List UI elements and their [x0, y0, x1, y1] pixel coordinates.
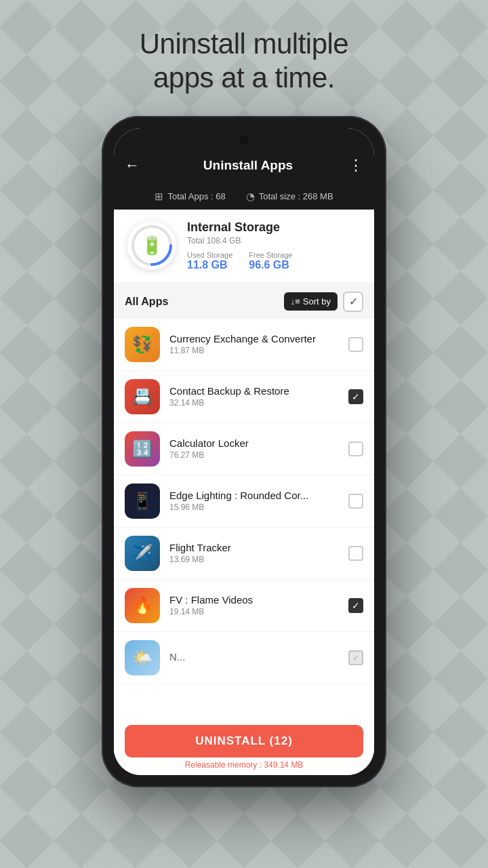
total-size-stat: ◔ Total size : 268 MB — [246, 191, 333, 203]
sort-icon: ↓≡ — [291, 296, 300, 307]
used-storage: Used Storage 11.8 GB — [187, 251, 232, 271]
app-checkbox-calculator[interactable] — [348, 441, 363, 456]
size-icon: ◔ — [246, 191, 255, 203]
app-info-flight: Flight Tracker 13.69 MB — [169, 542, 348, 564]
edge-icon: 📱 — [132, 492, 152, 511]
app-checkbox-contact[interactable] — [348, 389, 363, 404]
app-info-calculator: Calculator Locker 76.27 MB — [169, 437, 348, 460]
all-apps-label: All Apps — [125, 296, 168, 308]
storage-battery-icon: 🔋 — [141, 235, 163, 256]
uninstall-bar: UNINSTALL (12) Releasable memory : 349.1… — [114, 718, 374, 775]
phone-screen: ← Uninstall Apps ⋮ ⊞ Total Apps : 68 ◔ T… — [114, 128, 374, 775]
flight-icon: ✈️ — [132, 544, 152, 563]
headline-line1: Uninstall multiple — [140, 28, 348, 60]
app-info-flame: FV : Flame Videos 19.14 MB — [169, 594, 348, 616]
app-size: 13.69 MB — [169, 555, 348, 564]
storage-total: Total 108.4 GB — [187, 236, 361, 245]
free-value: 96.6 GB — [249, 259, 292, 271]
headline-line2: apps at a time. — [153, 62, 335, 94]
storage-card: 🔋 Internal Storage Total 108.4 GB Used S… — [114, 210, 374, 282]
app-icon-calculator: 🔢 — [125, 431, 160, 467]
phone-mockup: ← Uninstall Apps ⋮ ⊞ Total Apps : 68 ◔ T… — [102, 116, 386, 787]
phone-shell: ← Uninstall Apps ⋮ ⊞ Total Apps : 68 ◔ T… — [102, 116, 386, 787]
list-item: 🔥 FV : Flame Videos 19.14 MB — [114, 580, 374, 632]
app-name: Flight Tracker — [169, 542, 348, 553]
sort-by-button[interactable]: ↓≡ Sort by — [284, 292, 338, 311]
app-name: Contact Backup & Restore — [169, 385, 348, 397]
app-name: Calculator Locker — [169, 437, 348, 449]
app-name: N... — [169, 651, 348, 663]
app-icon-flame: 🔥 — [125, 588, 160, 623]
app-name: FV : Flame Videos — [169, 594, 348, 606]
currency-icon: 💱 — [132, 335, 152, 354]
list-item: 💱 Currency Exchange & Converter 11.87 MB — [114, 319, 374, 371]
app-size: 19.14 MB — [169, 607, 348, 616]
select-all-check-icon: ✓ — [349, 295, 358, 308]
more-menu-button[interactable]: ⋮ — [348, 157, 363, 174]
app-icon-flight: ✈️ — [125, 536, 160, 571]
storage-title: Internal Storage — [187, 220, 361, 235]
used-value: 11.8 GB — [187, 259, 232, 271]
app-icon-next: 🌤️ — [125, 640, 160, 675]
sort-label: Sort by — [303, 296, 331, 307]
app-header: ← Uninstall Apps ⋮ — [114, 147, 374, 184]
list-item: 🔢 Calculator Locker 76.27 MB — [114, 423, 374, 475]
app-checkbox-next[interactable] — [348, 650, 363, 665]
app-info-edge: Edge Lighting : Rounded Cor... 15.96 MB — [169, 490, 348, 512]
total-size-label: Total size : 268 MB — [259, 191, 333, 201]
list-item: 🌤️ N... — [114, 632, 374, 684]
status-bar — [114, 128, 374, 147]
contact-icon: 📇 — [132, 387, 152, 406]
app-title: Uninstall Apps — [148, 158, 348, 173]
all-apps-header: All Apps ↓≡ Sort by ✓ — [114, 282, 374, 319]
app-checkbox-flight[interactable] — [348, 546, 363, 561]
app-size: 15.96 MB — [169, 502, 348, 512]
app-size: 76.27 MB — [169, 450, 348, 460]
app-icon-currency: 💱 — [125, 327, 160, 362]
calculator-icon: 🔢 — [132, 439, 152, 458]
app-checkbox-currency[interactable] — [348, 337, 363, 352]
storage-details: Used Storage 11.8 GB Free Storage 96.6 G… — [187, 251, 361, 271]
apps-icon: ⊞ — [155, 191, 163, 203]
app-info-next: N... — [169, 651, 348, 664]
select-all-button[interactable]: ✓ — [343, 292, 363, 312]
app-checkbox-flame[interactable] — [348, 598, 363, 613]
list-item: ✈️ Flight Tracker 13.69 MB — [114, 528, 374, 580]
app-info-contact: Contact Backup & Restore 32.14 MB — [169, 385, 348, 408]
headline: Uninstall multiple apps at a time. — [140, 27, 348, 96]
app-list-area: All Apps ↓≡ Sort by ✓ — [114, 282, 374, 775]
app-name: Currency Exchange & Converter — [169, 333, 348, 344]
flame-icon: 🔥 — [132, 596, 152, 615]
app-icon-contact: 📇 — [125, 379, 160, 414]
stats-bar: ⊞ Total Apps : 68 ◔ Total size : 268 MB — [114, 184, 374, 210]
used-label: Used Storage — [187, 251, 232, 259]
back-button[interactable]: ← — [125, 157, 140, 174]
list-item: 📇 Contact Backup & Restore 32.14 MB — [114, 371, 374, 423]
app-size: 11.87 MB — [169, 346, 348, 355]
next-icon: 🌤️ — [132, 648, 152, 667]
total-apps-label: Total Apps : 68 — [167, 191, 225, 201]
storage-icon-circle: 🔋 — [127, 221, 176, 270]
uninstall-button[interactable]: UNINSTALL (12) — [125, 725, 363, 757]
app-icon-edge: 📱 — [125, 484, 160, 519]
header-actions: ↓≡ Sort by ✓ — [284, 292, 363, 312]
app-name: Edge Lighting : Rounded Cor... — [169, 490, 348, 501]
storage-info: Internal Storage Total 108.4 GB Used Sto… — [187, 220, 361, 271]
free-storage: Free Storage 96.6 GB — [249, 251, 292, 271]
list-item: 📱 Edge Lighting : Rounded Cor... 15.96 M… — [114, 475, 374, 528]
free-label: Free Storage — [249, 251, 292, 259]
total-apps-stat: ⊞ Total Apps : 68 — [155, 191, 225, 203]
releasable-memory-label: Releasable memory : 349.14 MB — [125, 760, 363, 770]
app-list: 💱 Currency Exchange & Converter 11.87 MB… — [114, 319, 374, 718]
app-checkbox-edge[interactable] — [348, 494, 363, 509]
app-size: 32.14 MB — [169, 398, 348, 408]
app-info-currency: Currency Exchange & Converter 11.87 MB — [169, 333, 348, 355]
